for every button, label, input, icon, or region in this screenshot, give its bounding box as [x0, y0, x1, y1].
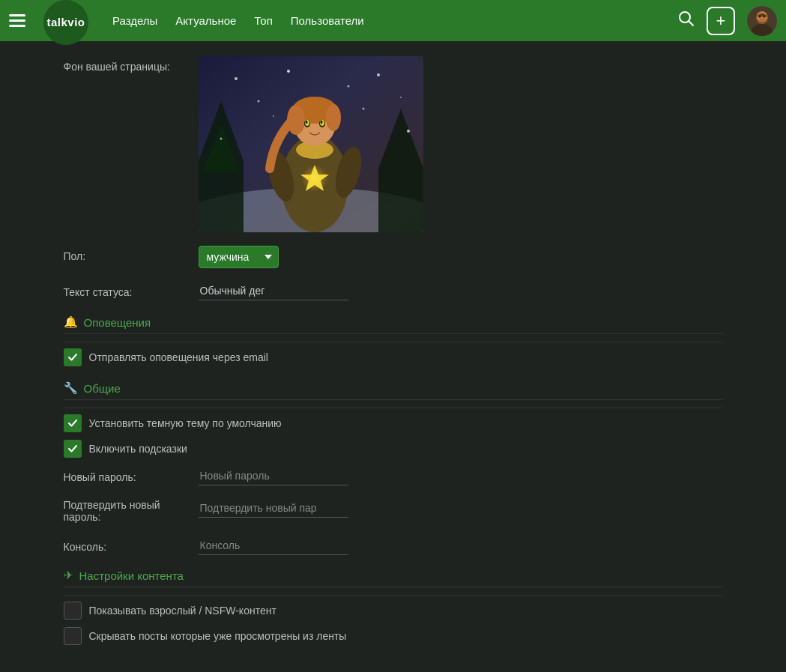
main-content: Фон вашей страницы:	[34, 41, 753, 668]
content-divider	[64, 595, 723, 596]
gender-row: Пол: мужчина женщина не указано	[64, 246, 723, 268]
svg-point-40	[362, 108, 364, 110]
hamburger-menu-button[interactable]	[9, 14, 25, 27]
status-input-area	[199, 282, 723, 300]
background-image-preview[interactable]	[199, 56, 423, 232]
svg-point-31	[235, 77, 238, 80]
new-password-label: Новый пароль:	[64, 467, 199, 483]
console-row: Консоль:	[64, 536, 723, 555]
general-title: Общие	[84, 382, 121, 395]
nsfw-checkbox[interactable]	[64, 602, 82, 620]
header: talkvio Разделы Актуальное Топ Пользоват…	[0, 0, 786, 41]
gender-label: Пол:	[64, 246, 199, 262]
new-password-input[interactable]	[199, 467, 348, 485]
svg-point-27	[305, 121, 307, 124]
nav-actual[interactable]: Актуальное	[175, 14, 236, 27]
email-notifications-checkbox[interactable]	[64, 348, 82, 366]
notifications-section-header: 🔔 Оповещения	[64, 315, 723, 334]
svg-line-1	[689, 21, 693, 25]
svg-point-39	[273, 115, 274, 117]
confirm-password-row: Подтвердить новый пароль:	[64, 499, 723, 523]
bell-icon: 🔔	[64, 315, 78, 329]
user-avatar[interactable]	[747, 6, 777, 36]
email-notifications-row: Отправлять оповещения через email	[64, 348, 723, 366]
console-input[interactable]	[199, 536, 348, 555]
new-password-row: Новый пароль:	[64, 467, 723, 485]
gender-select[interactable]: мужчина женщина не указано	[199, 246, 279, 268]
nav-sections[interactable]: Разделы	[112, 14, 157, 27]
svg-point-28	[320, 121, 322, 124]
svg-point-37	[220, 138, 222, 140]
confirm-password-area	[199, 499, 723, 518]
general-section-header: 🔧 Общие	[64, 381, 723, 400]
nsfw-label: Показывать взрослый / NSFW-контент	[89, 605, 276, 617]
background-image-area	[199, 56, 723, 232]
content-title: Настройки контента	[79, 569, 184, 582]
console-label: Консоль:	[64, 536, 199, 553]
confirm-password-input[interactable]	[199, 499, 348, 518]
dark-theme-row: Установить темную тему по умолчанию	[64, 414, 723, 432]
svg-point-6	[759, 15, 761, 17]
status-input[interactable]	[199, 282, 348, 300]
new-password-area	[199, 467, 723, 485]
status-label: Текст статуса:	[64, 282, 199, 298]
hide-viewed-row: Скрывать посты которые уже просмотрены и…	[64, 627, 723, 645]
hints-row: Включить подсказки	[64, 440, 723, 458]
email-notifications-label: Отправлять оповещения через email	[89, 351, 268, 363]
svg-point-7	[764, 15, 766, 17]
console-area	[199, 536, 723, 555]
svg-rect-13	[378, 169, 423, 232]
header-actions: +	[678, 6, 777, 36]
logo-text: talkvio	[46, 16, 85, 28]
confirm-password-label: Подтвердить новый пароль:	[64, 499, 199, 523]
dark-theme-label: Установить темную тему по умолчанию	[89, 417, 282, 429]
status-row: Текст статуса:	[64, 282, 723, 300]
gender-select-area: мужчина женщина не указано	[199, 246, 723, 268]
main-nav: Разделы Актуальное Топ Пользователи	[112, 14, 364, 27]
svg-point-22	[326, 104, 341, 131]
nav-top[interactable]: Топ	[254, 14, 272, 27]
hide-viewed-label: Скрывать посты которые уже просмотрены и…	[89, 630, 347, 642]
svg-point-38	[407, 130, 410, 133]
content-section-header: ✈ Настройки контента	[64, 569, 723, 587]
add-post-button[interactable]: +	[707, 7, 735, 35]
hide-viewed-checkbox[interactable]	[64, 627, 82, 645]
svg-point-35	[377, 73, 380, 76]
notifications-divider	[64, 342, 723, 342]
svg-point-30	[301, 165, 328, 192]
hints-label: Включить подсказки	[89, 443, 187, 455]
wrench-icon: 🔧	[64, 381, 78, 395]
dark-theme-checkbox[interactable]	[64, 414, 82, 432]
notifications-title: Оповещения	[84, 316, 151, 329]
hints-checkbox[interactable]	[64, 440, 82, 458]
nav-users[interactable]: Пользователи	[291, 14, 364, 27]
svg-point-36	[400, 97, 402, 98]
nsfw-row: Показывать взрослый / NSFW-контент	[64, 602, 723, 620]
background-label: Фон вашей страницы:	[64, 56, 199, 73]
svg-point-34	[347, 85, 349, 88]
svg-point-33	[287, 70, 290, 73]
background-image-row: Фон вашей страницы:	[64, 56, 723, 232]
paper-plane-icon: ✈	[64, 569, 73, 582]
svg-point-32	[257, 100, 259, 103]
general-divider	[64, 408, 723, 408]
logo[interactable]: talkvio	[43, 0, 88, 45]
search-button[interactable]	[678, 10, 695, 31]
